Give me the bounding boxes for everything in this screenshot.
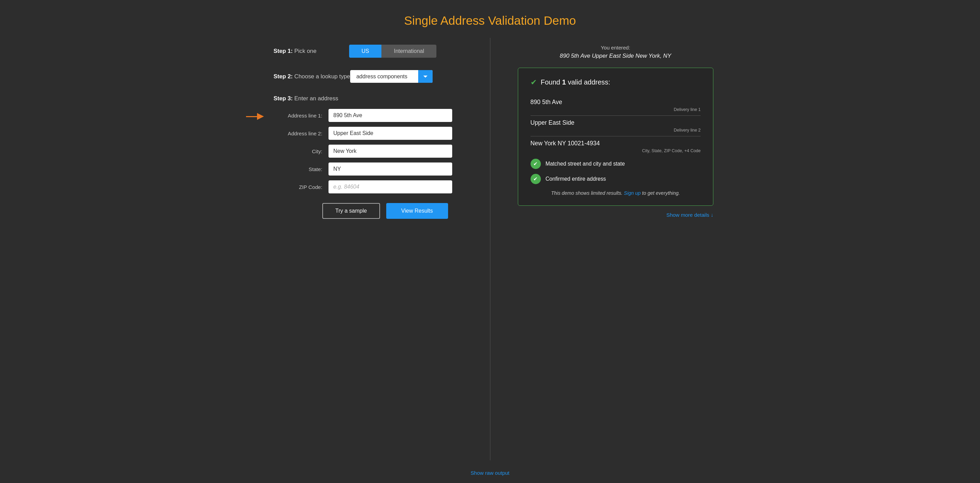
show-raw-output-wrapper: Show raw output xyxy=(0,460,980,483)
toggle-international-button[interactable]: International xyxy=(382,44,436,58)
zip-row: ZIP Code: xyxy=(274,180,469,194)
delivery-line1-text: 890 5th Ave xyxy=(531,95,701,107)
action-buttons-row: Try a sample View Results xyxy=(274,203,469,219)
delivery-line2-sublabel: Delivery line 2 xyxy=(531,128,701,137)
found-header: ✔ Found 1 valid address: xyxy=(531,78,701,87)
arrow-head-icon xyxy=(257,113,264,120)
step2-bold: Step 2: xyxy=(274,73,293,80)
city-label: City: xyxy=(274,148,328,154)
right-panel: You entered: 890 5th Ave Upper East Side… xyxy=(490,38,734,460)
arrow-line xyxy=(246,116,257,117)
badge-row-2: ✔ Confirmed entire address xyxy=(531,174,701,184)
address-line1-input[interactable] xyxy=(328,109,452,122)
delivery-line1-sublabel: Delivery line 1 xyxy=(531,107,701,116)
delivery-line2-text: Upper East Side xyxy=(531,116,701,128)
badge-row-1: ✔ Matched street and city and state xyxy=(531,159,701,169)
zip-label: ZIP Code: xyxy=(274,184,328,190)
you-entered-address: 890 5th Ave Upper East Side New York, NY xyxy=(518,52,714,59)
zip-input[interactable] xyxy=(328,180,452,194)
address-line1-row: Address line 1: xyxy=(274,109,469,122)
address-line1-row-wrapper: Address line 1: xyxy=(274,109,469,122)
address-form: Address line 1: Address line 2: City: St… xyxy=(274,109,469,194)
step2-row: Step 2: Choose a lookup type address com… xyxy=(274,70,469,83)
demo-note-signup-link[interactable]: Sign up xyxy=(624,190,641,196)
show-more-details-button[interactable]: Show more details ↓ xyxy=(666,212,713,218)
found-count: 1 xyxy=(562,78,566,86)
lookup-type-select[interactable]: address components freeform zipcode xyxy=(350,70,433,83)
state-input[interactable] xyxy=(328,162,452,176)
step3-bold: Step 3: xyxy=(274,95,293,102)
lookup-type-dropdown-wrapper: address components freeform zipcode xyxy=(350,70,433,83)
badge-check-icon-1: ✔ xyxy=(531,159,541,169)
results-box: ✔ Found 1 valid address: 890 5th Ave Del… xyxy=(518,68,714,206)
show-raw-output-button[interactable]: Show raw output xyxy=(471,470,509,476)
address-line2-row: Address line 2: xyxy=(274,127,469,140)
demo-note-post: to get everything. xyxy=(641,190,680,196)
badge-text-2: Confirmed entire address xyxy=(546,176,606,182)
step1-toggle-group: US International xyxy=(349,44,436,58)
you-entered-label: You entered: xyxy=(518,44,714,51)
city-zip-sublabel: City, State, ZIP Code, +4 Code xyxy=(531,148,701,159)
demo-note-pre: This demo shows limited results. xyxy=(551,190,624,196)
step1-label: Step 1: Pick one xyxy=(274,48,349,55)
arrow-indicator xyxy=(246,109,264,124)
badge-check-icon-2: ✔ xyxy=(531,174,541,184)
try-sample-button[interactable]: Try a sample xyxy=(322,203,380,219)
address-line1-label: Address line 1: xyxy=(274,113,328,119)
show-more-details-wrapper: Show more details ↓ xyxy=(518,212,714,218)
found-check-icon: ✔ xyxy=(531,78,537,87)
toggle-us-button[interactable]: US xyxy=(349,44,382,58)
state-row: State: xyxy=(274,162,469,176)
page-title: Single Address Validation Demo xyxy=(0,0,980,38)
city-zip-line-text: New York NY 10021-4934 xyxy=(531,137,701,148)
left-panel: Step 1: Pick one US International Step 2… xyxy=(246,38,490,460)
step1-row: Step 1: Pick one US International xyxy=(274,44,469,58)
found-text: Found 1 valid address: xyxy=(541,78,610,86)
view-results-button[interactable]: View Results xyxy=(386,203,448,219)
badge-text-1: Matched street and city and state xyxy=(546,161,625,167)
step3-label: Step 3: Enter an address xyxy=(274,95,469,102)
city-row: City: xyxy=(274,145,469,158)
address-line2-input[interactable] xyxy=(328,127,452,140)
demo-note: This demo shows limited results. Sign up… xyxy=(531,190,701,196)
step2-label: Step 2: Choose a lookup type xyxy=(274,73,350,80)
address-line2-label: Address line 2: xyxy=(274,130,328,137)
step1-bold: Step 1: xyxy=(274,48,293,54)
state-label: State: xyxy=(274,166,328,172)
city-input[interactable] xyxy=(328,145,452,158)
